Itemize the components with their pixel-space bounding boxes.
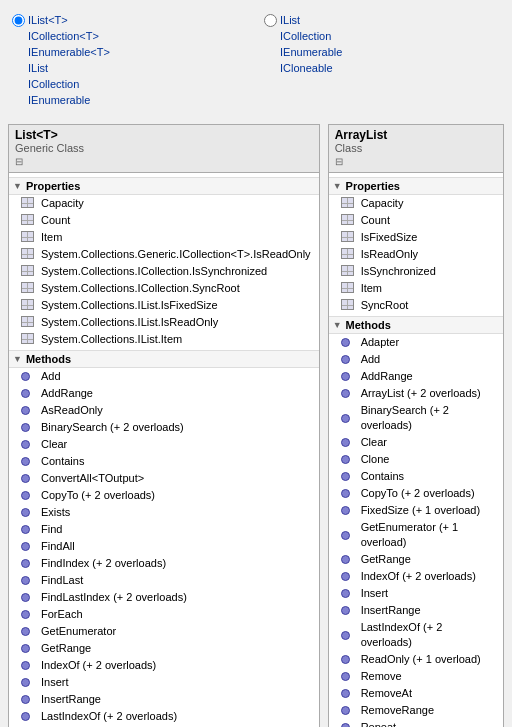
method-item[interactable]: Exists	[9, 504, 319, 521]
item-text: InsertRange	[41, 692, 101, 707]
right-panel-subtitle: Class	[335, 142, 497, 154]
left-radio-item-1: ICollection<T>	[28, 28, 110, 44]
method-item[interactable]: Add	[9, 368, 319, 385]
property-item[interactable]: Item	[329, 280, 503, 297]
item-text: BinarySearch (+ 2 overloads)	[361, 403, 495, 433]
property-item[interactable]: Count	[9, 212, 319, 229]
property-item[interactable]: Capacity	[329, 195, 503, 212]
property-item[interactable]: System.Collections.IList.Item	[9, 331, 319, 348]
item-text: RemoveAt	[361, 686, 412, 701]
right-radio-button[interactable]	[264, 14, 277, 27]
method-item[interactable]: InsertRange	[9, 691, 319, 708]
left-panel-expand-icon[interactable]: ⊟	[15, 156, 23, 167]
method-item[interactable]: CopyTo (+ 2 overloads)	[9, 487, 319, 504]
property-item[interactable]: Count	[329, 212, 503, 229]
method-item[interactable]: IndexOf (+ 2 overloads)	[9, 657, 319, 674]
method-item[interactable]: Contains	[9, 453, 319, 470]
method-item[interactable]: ReadOnly (+ 1 overload)	[329, 651, 503, 668]
method-item[interactable]: Find	[9, 521, 319, 538]
method-icon	[341, 604, 357, 617]
method-item[interactable]: Adapter	[329, 334, 503, 351]
property-item[interactable]: System.Collections.ICollection.SyncRoot	[9, 280, 319, 297]
method-item[interactable]: FindLastIndex (+ 2 overloads)	[9, 589, 319, 606]
item-text: Item	[361, 281, 382, 296]
left-methods-expand-icon[interactable]: ▼	[13, 354, 22, 364]
method-item[interactable]: Clear	[9, 436, 319, 453]
method-item[interactable]: Add	[329, 351, 503, 368]
method-item[interactable]: FixedSize (+ 1 overload)	[329, 502, 503, 519]
property-item[interactable]: System.Collections.IList.IsFixedSize	[9, 297, 319, 314]
item-text: Capacity	[41, 196, 84, 211]
item-text: Count	[41, 213, 70, 228]
property-item[interactable]: IsFixedSize	[329, 229, 503, 246]
method-item[interactable]: GetRange	[329, 551, 503, 568]
item-text: BinarySearch (+ 2 overloads)	[41, 420, 184, 435]
item-text: Clear	[361, 435, 387, 450]
method-item[interactable]: LastIndexOf (+ 2 overloads)	[9, 708, 319, 725]
right-radio-item-3: ICloneable	[280, 60, 342, 76]
method-item[interactable]: FindIndex (+ 2 overloads)	[9, 555, 319, 572]
right-panel: ArrayList Class ⊟ ▼ Properties CapacityC…	[328, 124, 504, 727]
method-item[interactable]: RemoveAt	[329, 685, 503, 702]
method-item[interactable]: InsertRange	[329, 602, 503, 619]
method-icon	[21, 455, 37, 468]
method-item[interactable]: RemoveRange	[329, 702, 503, 719]
method-item[interactable]: ConvertAll<TOutput>	[9, 470, 319, 487]
method-item[interactable]: IndexOf (+ 2 overloads)	[329, 568, 503, 585]
property-item[interactable]: Capacity	[9, 195, 319, 212]
property-item[interactable]: IsSynchronized	[329, 263, 503, 280]
right-methods-expand-icon[interactable]: ▼	[333, 320, 342, 330]
property-item[interactable]: System.Collections.IList.IsReadOnly	[9, 314, 319, 331]
property-item[interactable]: SyncRoot	[329, 297, 503, 314]
method-item[interactable]: Insert	[9, 674, 319, 691]
right-radio-sublist: IList ICollection IEnumerable ICloneable	[280, 12, 342, 76]
left-radio-item-4: ICollection	[28, 76, 110, 92]
right-panel-title: ArrayList	[335, 128, 497, 142]
method-item[interactable]: GetEnumerator (+ 1 overload)	[329, 519, 503, 551]
method-item[interactable]: BinarySearch (+ 2 overloads)	[329, 402, 503, 434]
left-radio-sublist: IList<T> ICollection<T> IEnumerable<T> I…	[28, 12, 110, 108]
item-text: Find	[41, 522, 62, 537]
property-icon	[341, 265, 357, 278]
method-icon	[341, 487, 357, 500]
right-properties-expand-icon[interactable]: ▼	[333, 181, 342, 191]
method-item[interactable]: ForEach	[9, 606, 319, 623]
method-item[interactable]: Remove	[329, 668, 503, 685]
method-item[interactable]: FindAll	[9, 538, 319, 555]
method-item[interactable]: AsReadOnly	[9, 402, 319, 419]
right-methods-label: Methods	[346, 319, 391, 331]
property-icon	[341, 197, 357, 210]
method-item[interactable]: Contains	[329, 468, 503, 485]
right-panel-expand-icon[interactable]: ⊟	[335, 156, 343, 167]
method-item[interactable]: AddRange	[9, 385, 319, 402]
method-item[interactable]: Repeat	[329, 719, 503, 727]
left-radio-button[interactable]	[12, 14, 25, 27]
item-text: Insert	[361, 586, 389, 601]
property-item[interactable]: System.Collections.Generic.ICollection<T…	[9, 246, 319, 263]
method-item[interactable]: Clear	[329, 434, 503, 451]
method-item[interactable]: Clone	[329, 451, 503, 468]
method-icon	[21, 659, 37, 672]
method-item[interactable]: Insert	[329, 585, 503, 602]
right-properties-header: ▼ Properties	[329, 177, 503, 195]
method-item[interactable]: GetEnumerator	[9, 623, 319, 640]
property-item[interactable]: IsReadOnly	[329, 246, 503, 263]
property-item[interactable]: System.Collections.ICollection.IsSynchro…	[9, 263, 319, 280]
method-icon	[341, 570, 357, 583]
method-item[interactable]: AddRange	[329, 368, 503, 385]
method-item[interactable]: FindLast	[9, 572, 319, 589]
left-radio-list: IList<T> ICollection<T> IEnumerable<T> I…	[8, 8, 252, 116]
item-text: IndexOf (+ 2 overloads)	[361, 569, 476, 584]
method-item[interactable]: ArrayList (+ 2 overloads)	[329, 385, 503, 402]
property-item[interactable]: Item	[9, 229, 319, 246]
method-item[interactable]: LastIndexOf (+ 2 overloads)	[329, 619, 503, 651]
right-radio-group: IList ICollection IEnumerable ICloneable	[264, 12, 500, 76]
left-properties-expand-icon[interactable]: ▼	[13, 181, 22, 191]
method-item[interactable]: CopyTo (+ 2 overloads)	[329, 485, 503, 502]
method-item[interactable]: BinarySearch (+ 2 overloads)	[9, 419, 319, 436]
left-properties-label: Properties	[26, 180, 80, 192]
method-item[interactable]: GetRange	[9, 640, 319, 657]
method-icon	[341, 721, 357, 727]
item-text: IsFixedSize	[361, 230, 418, 245]
right-panel-header: ArrayList Class ⊟	[329, 125, 503, 173]
